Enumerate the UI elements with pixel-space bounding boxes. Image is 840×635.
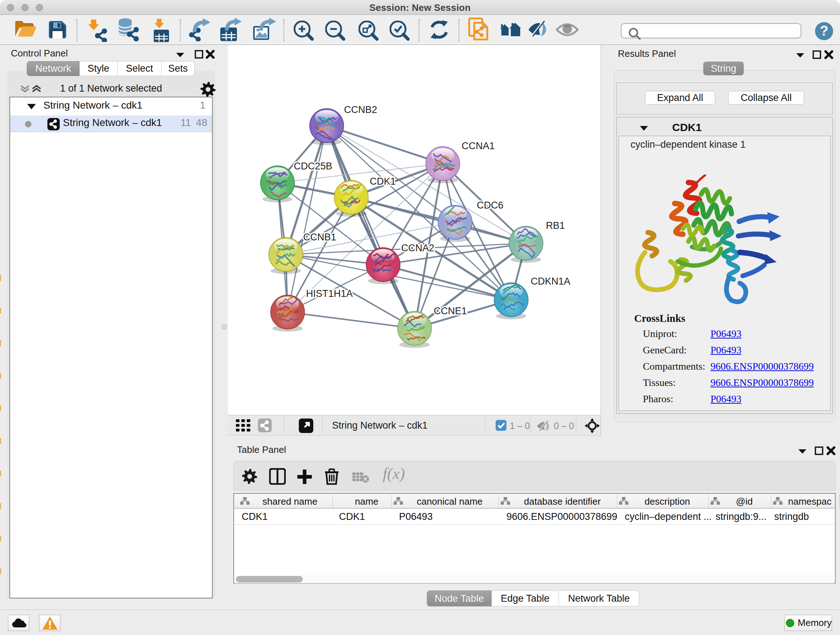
svg-text:CDK1: CDK1 xyxy=(370,176,396,187)
svg-text:CDKN1A: CDKN1A xyxy=(531,276,570,287)
svg-text:CCNB2: CCNB2 xyxy=(344,104,377,115)
svg-text:?: ? xyxy=(820,23,828,38)
svg-text:HIST1H1A: HIST1H1A xyxy=(306,288,353,299)
svg-text:CDC25B: CDC25B xyxy=(294,161,332,172)
svg-text:CDC6: CDC6 xyxy=(477,200,504,211)
svg-text:CCNA2: CCNA2 xyxy=(401,242,434,253)
svg-text:CCNE1: CCNE1 xyxy=(434,306,467,317)
svg-text:CCNA1: CCNA1 xyxy=(462,141,495,151)
svg-text:RB1: RB1 xyxy=(546,220,565,231)
svg-text:CCNB1: CCNB1 xyxy=(303,232,336,242)
